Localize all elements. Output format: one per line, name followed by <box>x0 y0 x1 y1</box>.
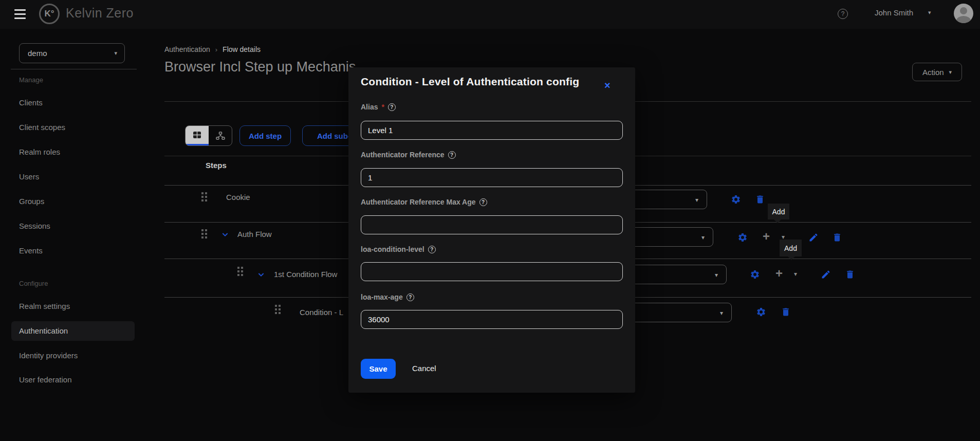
screen: K° Kelvin Zero ? John Smith ▾ demo ▾ Man… <box>0 0 980 441</box>
sidebar-item-events[interactable]: Events <box>19 246 43 255</box>
cancel-button[interactable]: Cancel <box>412 364 436 373</box>
condition-loa-config-dialog: Condition - Level of Authentication conf… <box>348 67 635 393</box>
help-icon[interactable]: ? <box>428 246 436 253</box>
step-name-1st-condition-flow: 1st Condition Flow <box>274 270 337 279</box>
table-view-toggle[interactable] <box>186 126 209 145</box>
step-name-condition: Condition - L <box>300 308 343 317</box>
alias-input[interactable] <box>361 121 623 140</box>
help-icon[interactable]: ? <box>838 9 848 19</box>
breadcrumb-separator-icon: › <box>215 46 217 53</box>
sidebar-item-realm-roles[interactable]: Realm roles <box>19 148 60 156</box>
expand-chevron-down-icon[interactable] <box>221 230 229 238</box>
delete-trash-icon[interactable] <box>845 269 855 280</box>
breadcrumb-flow-details: Flow details <box>223 45 261 53</box>
action-chevron-down-icon: ▾ <box>949 69 952 76</box>
help-icon[interactable]: ? <box>479 198 487 206</box>
help-icon[interactable]: ? <box>388 103 396 111</box>
authenticator-reference-input[interactable] <box>361 168 623 187</box>
add-step-button[interactable]: Add step <box>239 125 291 146</box>
sidebar-item-client-scopes[interactable]: Client scopes <box>19 123 65 132</box>
loa-condition-level-label: loa-condition-level ? <box>361 245 436 253</box>
action-dropdown-button[interactable]: Action ▾ <box>912 63 962 81</box>
save-button[interactable]: Save <box>361 359 396 379</box>
sidebar-item-sessions[interactable]: Sessions <box>19 222 50 230</box>
sidebar-item-clients[interactable]: Clients <box>19 98 43 107</box>
select-chevron-down-icon: ▾ <box>695 196 698 204</box>
delete-trash-icon[interactable] <box>832 232 842 243</box>
diagram-view-toggle[interactable] <box>209 126 232 145</box>
sidebar-item-users[interactable]: Users <box>19 172 39 181</box>
sidebar-item-identity-providers[interactable]: Identity providers <box>19 351 78 360</box>
sidebar-item-user-federation[interactable]: User federation <box>19 375 72 384</box>
delete-trash-icon[interactable] <box>781 307 791 317</box>
settings-gear-icon[interactable] <box>731 194 741 205</box>
sidebar-item-groups[interactable]: Groups <box>19 197 44 206</box>
user-menu[interactable]: John Smith <box>875 8 913 17</box>
diagram-view-icon <box>216 132 225 140</box>
delete-trash-icon[interactable] <box>755 194 765 205</box>
loa-condition-level-input[interactable] <box>361 262 623 281</box>
authenticator-reference-label: Authenticator Reference ? <box>361 151 456 159</box>
settings-gear-icon[interactable] <box>750 269 760 280</box>
settings-gear-icon[interactable] <box>756 307 766 317</box>
table-view-icon <box>193 131 201 139</box>
breadcrumb-authentication[interactable]: Authentication <box>164 45 210 53</box>
tooltip-notch <box>788 256 795 260</box>
top-bar <box>0 0 980 29</box>
kelvin-zero-logo-icon: K° <box>39 4 60 24</box>
help-icon[interactable]: ? <box>448 151 456 159</box>
sidebar-item-realm-settings[interactable]: Realm settings <box>19 302 70 310</box>
breadcrumb: Authentication › Flow details <box>164 45 261 53</box>
drag-handle-icon[interactable] <box>237 267 239 269</box>
hamburger-menu-icon[interactable] <box>14 9 26 19</box>
edit-pencil-icon[interactable] <box>821 269 831 280</box>
edit-pencil-icon[interactable] <box>808 232 819 243</box>
step-name-cookie: Cookie <box>226 193 250 201</box>
add-chevron-down-icon[interactable]: ▾ <box>794 270 797 278</box>
help-icon[interactable]: ? <box>406 293 414 301</box>
tooltip-notch <box>774 219 781 223</box>
view-toggle <box>185 125 232 146</box>
brand-title: Kelvin Zero <box>66 6 134 21</box>
nav-section-configure: Configure <box>19 280 48 287</box>
sidebar-item-authentication[interactable]: Authentication <box>19 326 68 335</box>
dialog-title: Condition - Level of Authentication conf… <box>361 76 579 88</box>
settings-gear-icon[interactable] <box>737 232 748 243</box>
required-asterisk: * <box>381 103 384 111</box>
alias-label: Alias * ? <box>361 103 396 111</box>
add-plus-icon[interactable]: + <box>763 231 770 242</box>
drag-handle-icon[interactable] <box>201 229 204 231</box>
authenticator-reference-max-age-label: Authenticator Reference Max Age ? <box>361 198 487 206</box>
add-plus-icon[interactable]: + <box>775 268 783 279</box>
realm-selector[interactable]: demo ▾ <box>19 43 125 63</box>
step-name-auth-flow: Auth Flow <box>237 230 272 238</box>
steps-column-header: Steps <box>206 161 227 170</box>
page-title: Browser Incl Step up Mechanis <box>164 59 356 75</box>
drag-handle-icon[interactable] <box>275 305 277 307</box>
avatar[interactable] <box>954 4 973 23</box>
add-tooltip: Add <box>768 204 789 219</box>
user-chevron-down-icon[interactable]: ▾ <box>928 9 931 16</box>
realm-chevron-down-icon: ▾ <box>114 50 117 57</box>
loa-max-age-label: loa-max-age ? <box>361 293 414 301</box>
close-icon[interactable]: × <box>604 80 611 91</box>
sidebar-divider <box>11 69 137 69</box>
select-chevron-down-icon: ▾ <box>701 234 705 241</box>
select-chevron-down-icon: ▾ <box>715 271 718 279</box>
authenticator-reference-max-age-input[interactable] <box>361 215 623 234</box>
select-chevron-down-icon: ▾ <box>720 309 723 317</box>
realm-selector-value: demo <box>28 49 47 58</box>
loa-max-age-input[interactable] <box>361 310 623 329</box>
add-tooltip: Add <box>780 240 802 256</box>
nav-section-manage: Manage <box>19 76 43 84</box>
expand-chevron-down-icon[interactable] <box>257 270 265 279</box>
drag-handle-icon[interactable] <box>201 192 204 194</box>
